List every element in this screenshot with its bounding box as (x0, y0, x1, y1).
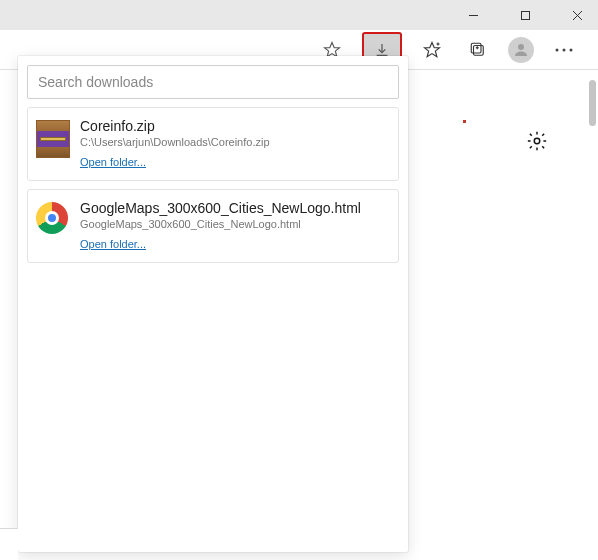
maximize-button[interactable] (508, 2, 542, 28)
download-info: Coreinfo.zip C:\Users\arjun\Downloads\Co… (80, 118, 390, 170)
window-titlebar (0, 0, 598, 30)
download-filepath: GoogleMaps_300x600_Cities_NewLogo.html (80, 218, 390, 230)
archive-file-icon (36, 120, 70, 154)
content-area: Coreinfo.zip C:\Users\arjun\Downloads\Co… (0, 70, 598, 560)
download-filepath: C:\Users\arjun\Downloads\Coreinfo.zip (80, 136, 390, 148)
download-info: GoogleMaps_300x600_Cities_NewLogo.html G… (80, 200, 390, 252)
settings-gear-icon[interactable] (526, 130, 548, 156)
svg-point-15 (556, 48, 559, 51)
download-filename: GoogleMaps_300x600_Cities_NewLogo.html (80, 200, 390, 216)
page-footer-edge (0, 528, 18, 560)
open-folder-link[interactable]: Open folder... (80, 156, 146, 168)
svg-rect-1 (521, 11, 529, 19)
notification-dot (463, 120, 466, 123)
svg-marker-7 (425, 42, 440, 56)
search-input[interactable] (38, 74, 388, 90)
profile-avatar[interactable] (508, 37, 534, 63)
svg-point-16 (563, 48, 566, 51)
favorites-icon[interactable] (416, 34, 448, 66)
search-downloads-field[interactable] (27, 65, 399, 99)
open-folder-link[interactable]: Open folder... (80, 238, 146, 250)
close-button[interactable] (560, 2, 594, 28)
vertical-scrollbar[interactable] (589, 80, 596, 126)
chrome-file-icon (36, 202, 70, 236)
minimize-button[interactable] (456, 2, 490, 28)
more-menu-icon[interactable] (548, 34, 580, 66)
svg-marker-4 (325, 42, 340, 56)
svg-point-18 (534, 138, 540, 144)
svg-rect-10 (474, 45, 484, 55)
collections-icon[interactable] (462, 34, 494, 66)
download-item[interactable]: GoogleMaps_300x600_Cities_NewLogo.html G… (27, 189, 399, 263)
svg-point-14 (518, 44, 524, 50)
downloads-panel: Coreinfo.zip C:\Users\arjun\Downloads\Co… (18, 56, 408, 552)
download-item[interactable]: Coreinfo.zip C:\Users\arjun\Downloads\Co… (27, 107, 399, 181)
download-filename: Coreinfo.zip (80, 118, 390, 134)
svg-point-17 (570, 48, 573, 51)
